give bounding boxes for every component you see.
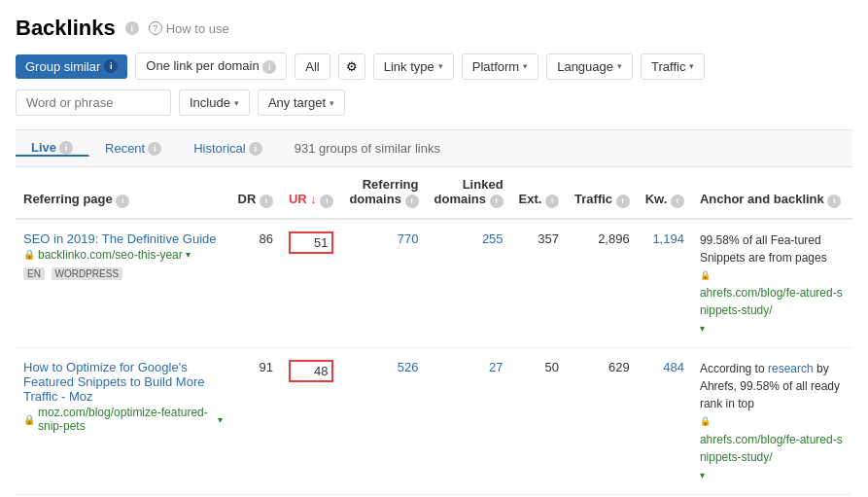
lock-icon-1: 🔒 (23, 249, 35, 260)
tab-live[interactable]: Live i (16, 140, 89, 157)
platform-dropdown[interactable]: Platform ▾ (462, 53, 538, 80)
col-ur[interactable]: UR ↓ i (281, 167, 342, 219)
info-icon-group: i (104, 59, 118, 73)
info-icon-ab: i (827, 195, 841, 208)
info-icon-ext: i (545, 195, 559, 208)
info-icon-kw: i (671, 195, 684, 208)
col-anchor-backlink: Anchor and backlink i (692, 167, 852, 219)
page-title: Backlinks (16, 16, 116, 41)
kw-link-2[interactable]: 484 (663, 360, 684, 374)
anchor-link-1[interactable]: ahrefs.com/blog/fe-atured-snippets-study… (700, 284, 845, 319)
anchor-cell-2: According to research by Ahrefs, 99.58% … (692, 348, 852, 495)
info-icon-ur: i (320, 195, 333, 208)
referring-domains-cell-2: 526 (341, 348, 426, 495)
info-icon-ld: i (490, 195, 503, 208)
how-to-use-link[interactable]: ? How to use (149, 21, 229, 36)
anchor-link-2[interactable]: ahrefs.com/blog/fe-atured-snippets-study… (700, 431, 845, 466)
col-dr[interactable]: DR i (230, 167, 281, 219)
anchor-caret-2[interactable]: ▾ (700, 468, 705, 482)
ext-cell-1: 357 (511, 219, 567, 348)
info-icon-historical: i (249, 142, 262, 156)
referring-domains-link-1[interactable]: 770 (398, 231, 419, 246)
referring-page-title-link-1[interactable]: SEO in 2019: The Definitive Guide (23, 231, 217, 246)
link-type-dropdown[interactable]: Link type ▾ (373, 53, 454, 80)
anchor-caret-1[interactable]: ▾ (700, 321, 705, 336)
question-icon: ? (149, 21, 162, 35)
col-referring-page: Referring page i (16, 167, 230, 219)
group-similar-button[interactable]: Group similar i (16, 54, 127, 79)
referring-page-title-link-2[interactable]: How to Optimize for Google's Featured Sn… (23, 360, 204, 404)
referring-domains-cell-1: 770 (341, 219, 426, 348)
info-icon-rd: i (405, 195, 419, 208)
caret-down-icon: ▾ (438, 61, 443, 71)
table-row: SEO in 2019: The Definitive Guide 🔒 back… (16, 219, 852, 348)
linked-domains-cell-2: 27 (427, 348, 511, 495)
referring-page-url-link-2[interactable]: moz.com/blog/optimize-featured-snip-pets (38, 406, 215, 433)
caret-down-icon-lang: ▾ (617, 61, 622, 71)
kw-cell-2: 484 (638, 348, 692, 495)
language-dropdown[interactable]: Language ▾ (546, 53, 633, 80)
referring-page-cell-2: How to Optimize for Google's Featured Sn… (16, 348, 230, 495)
anchor-cell-1: 99.58% of all Fea-tured Snippets are fro… (692, 219, 852, 348)
linked-domains-cell-1: 255 (427, 219, 511, 348)
all-button[interactable]: All (295, 53, 330, 80)
linked-domains-link-2[interactable]: 27 (489, 360, 503, 374)
traffic-cell-1: 2,896 (567, 219, 638, 348)
ur-cell-1: 51 (281, 219, 342, 348)
info-icon: i (125, 21, 139, 35)
tag-en: EN (23, 267, 45, 280)
caret-down-icon-platform: ▾ (523, 61, 528, 71)
ext-cell-2: 50 (511, 348, 567, 495)
research-link[interactable]: research (768, 362, 814, 375)
col-ext[interactable]: Ext. i (511, 167, 567, 219)
col-traffic[interactable]: Traffic i (567, 167, 638, 219)
referring-domains-link-2[interactable]: 526 (398, 360, 419, 374)
info-icon-rp: i (116, 195, 129, 208)
lock-icon-anchor-2: 🔒 (700, 415, 711, 429)
kw-cell-1: 1,194 (638, 219, 692, 348)
info-icon-recent: i (148, 142, 161, 156)
gear-button[interactable]: ⚙ (338, 53, 365, 80)
groups-count: 931 groups of similar links (279, 141, 440, 156)
col-linked-domains[interactable]: Linkeddomains i (427, 167, 511, 219)
lock-icon-2: 🔒 (23, 414, 35, 425)
any-target-dropdown[interactable]: Any target ▾ (258, 89, 345, 116)
ur-cell-2: 48 (281, 348, 342, 495)
traffic-dropdown[interactable]: Traffic ▾ (641, 53, 705, 80)
search-input[interactable] (16, 89, 171, 116)
one-link-per-domain-button[interactable]: One link per domain i (135, 53, 287, 80)
col-referring-domains[interactable]: Referringdomains i (341, 167, 426, 219)
caret-url-2[interactable]: ▾ (218, 414, 223, 425)
referring-page-cell-1: SEO in 2019: The Definitive Guide 🔒 back… (16, 219, 230, 348)
lock-icon-anchor-1: 🔒 (700, 269, 711, 283)
referring-page-url-link-1[interactable]: backlinko.com/seo-this-year (38, 248, 183, 262)
caret-down-icon-target: ▾ (330, 98, 334, 108)
tab-historical[interactable]: Historical i (178, 141, 278, 156)
gear-icon: ⚙ (346, 59, 358, 74)
traffic-cell-2: 629 (567, 348, 638, 495)
dr-cell-1: 86 (230, 219, 281, 348)
info-icon-traffic: i (616, 195, 630, 208)
caret-down-icon-traffic: ▾ (689, 61, 694, 71)
info-icon-live: i (59, 141, 73, 155)
kw-link-1[interactable]: 1,194 (652, 231, 684, 246)
tab-recent[interactable]: Recent i (89, 141, 178, 156)
caret-url-1[interactable]: ▾ (186, 249, 191, 260)
table-row: How to Optimize for Google's Featured Sn… (16, 348, 852, 495)
tag-wordpress: WORDPRESS (52, 267, 123, 280)
caret-down-icon-include: ▾ (234, 98, 239, 108)
linked-domains-link-1[interactable]: 255 (482, 231, 503, 246)
info-icon-one-link: i (262, 60, 276, 74)
include-dropdown[interactable]: Include ▾ (179, 89, 250, 116)
info-icon-dr: i (260, 195, 273, 208)
dr-cell-2: 91 (230, 348, 281, 495)
col-kw[interactable]: Kw. i (638, 167, 692, 219)
